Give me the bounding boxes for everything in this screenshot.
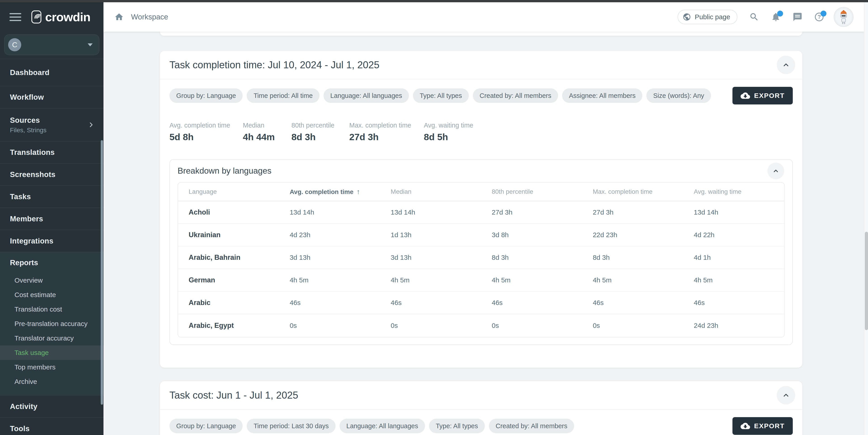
sidebar-item-task-usage[interactable]: Task usage bbox=[0, 345, 103, 360]
notifications-button[interactable] bbox=[771, 12, 781, 22]
task-completion-filters-row: Group by: Language Time period: All time… bbox=[169, 87, 793, 105]
home-icon bbox=[114, 12, 124, 22]
table-row: Ukrainian 4d 23h 1d 13h 3d 8h 22d 23h 4d… bbox=[178, 224, 784, 246]
sidebar-logo-row: crowdin bbox=[0, 2, 103, 32]
table-row: Acholi 13d 14h 13d 14h 27d 3h 27d 3h 13d… bbox=[178, 201, 784, 224]
search-button[interactable] bbox=[749, 12, 759, 22]
previous-section-card-edge bbox=[160, 32, 802, 36]
crowdin-logo[interactable]: crowdin bbox=[31, 10, 90, 24]
column-header-avg-waiting-time[interactable]: Avg. waiting time bbox=[683, 183, 784, 201]
stat-median: Median 4h 44m bbox=[243, 122, 291, 142]
chevron-up-icon bbox=[782, 61, 790, 69]
filter-chip-time-period[interactable]: Time period: All time bbox=[247, 88, 319, 103]
breakdown-panel: Breakdown by languages Language Avg. com… bbox=[169, 159, 793, 345]
page-scrollbar bbox=[864, 2, 868, 435]
collapse-breakdown-button[interactable] bbox=[768, 163, 784, 179]
crowdin-logo-icon bbox=[31, 10, 41, 24]
sidebar-item-translation-cost[interactable]: Translation cost bbox=[0, 302, 103, 317]
task-cost-card: Task cost: Jun 1 - Jul 1, 2025 Group by:… bbox=[160, 381, 802, 435]
topbar: Workspace Public page ? bbox=[103, 2, 864, 32]
user-avatar[interactable] bbox=[834, 7, 854, 27]
collapse-task-completion-button[interactable] bbox=[777, 56, 795, 74]
filter-chips: Group by: Language Time period: All time… bbox=[169, 88, 711, 103]
globe-icon bbox=[683, 13, 691, 21]
cloud-download-icon bbox=[741, 421, 750, 431]
public-page-label: Public page bbox=[695, 13, 730, 21]
sidebar-item-archive[interactable]: Archive bbox=[0, 374, 103, 389]
table-row: Arabic, Bahrain 3d 13h 3d 13h 8d 3h 8d 3… bbox=[178, 246, 784, 269]
project-avatar: C bbox=[8, 38, 21, 51]
summary-stats: Avg. completion time 5d 8h Median 4h 44m… bbox=[169, 122, 793, 142]
column-header-avg-completion-time[interactable]: Avg. completion time↑ bbox=[279, 183, 380, 201]
export-button[interactable]: EXPORT bbox=[733, 417, 793, 435]
page-scrollbar-thumb[interactable] bbox=[865, 232, 868, 330]
cloud-download-icon bbox=[741, 91, 750, 100]
sort-ascending-icon: ↑ bbox=[356, 188, 360, 195]
sidebar-item-integrations[interactable]: Integrations bbox=[0, 230, 103, 252]
sidebar: crowdin C Dashboard Workflow Sources Fil… bbox=[0, 2, 103, 435]
chevron-up-icon bbox=[772, 168, 779, 174]
stat-80th-percentile: 80th percentile 8d 3h bbox=[291, 122, 349, 142]
chevron-up-icon bbox=[782, 392, 790, 399]
chevron-right-icon bbox=[88, 121, 94, 128]
filter-chip-language[interactable]: Language: All languages bbox=[340, 419, 425, 433]
collapse-task-cost-button[interactable] bbox=[777, 386, 795, 404]
task-cost-title: Task cost: Jun 1 - Jul 1, 2025 bbox=[169, 389, 298, 401]
breadcrumb-label: Workspace bbox=[131, 13, 168, 21]
filter-chip-type[interactable]: Type: All types bbox=[413, 88, 469, 103]
help-notification-dot bbox=[820, 11, 827, 17]
sidebar-item-tools[interactable]: Tools bbox=[0, 417, 103, 435]
task-completion-title: Task completion time: Jul 10, 2024 - Jul… bbox=[169, 59, 379, 70]
sidebar-item-cost-estimate[interactable]: Cost estimate bbox=[0, 288, 103, 302]
export-button[interactable]: EXPORT bbox=[733, 87, 793, 105]
hamburger-menu-button[interactable] bbox=[9, 13, 21, 21]
filter-chip-created-by[interactable]: Created by: All members bbox=[473, 88, 558, 103]
sidebar-item-pre-translation-accuracy[interactable]: Pre-translation accuracy bbox=[0, 317, 103, 331]
sidebar-item-workflow[interactable]: Workflow bbox=[0, 86, 103, 108]
table-row: Arabic 46s 46s 46s 46s 46s bbox=[178, 292, 784, 314]
filter-chip-time-period[interactable]: Time period: Last 30 days bbox=[247, 419, 336, 433]
sidebar-item-translator-accuracy[interactable]: Translator accuracy bbox=[0, 331, 103, 345]
breadcrumb[interactable]: Workspace bbox=[114, 12, 168, 22]
breakdown-header: Breakdown by languages bbox=[178, 160, 785, 182]
caret-down-icon bbox=[88, 44, 93, 46]
messages-button[interactable] bbox=[793, 12, 803, 22]
sidebar-item-reports[interactable]: Reports bbox=[0, 252, 103, 273]
sidebar-reports-group: Reports Overview Cost estimate Translati… bbox=[0, 252, 103, 395]
filter-chip-language[interactable]: Language: All languages bbox=[323, 88, 409, 103]
table-row: Arabic, Egypt 0s 0s 0s 0s 24d 23h bbox=[178, 314, 784, 337]
column-header-median[interactable]: Median bbox=[380, 183, 481, 201]
filter-chip-group-by[interactable]: Group by: Language bbox=[169, 88, 243, 103]
project-selector[interactable]: C bbox=[4, 34, 99, 55]
column-header-language[interactable]: Language bbox=[178, 183, 279, 201]
sidebar-item-tasks[interactable]: Tasks bbox=[0, 185, 103, 207]
table-header-row: Language Avg. completion time↑ Median 80… bbox=[178, 183, 784, 201]
column-header-80th-percentile[interactable]: 80th percentile bbox=[481, 183, 582, 201]
sidebar-item-dashboard[interactable]: Dashboard bbox=[0, 59, 103, 86]
sidebar-item-sources[interactable]: Sources Files, Strings bbox=[0, 108, 103, 141]
filter-chip-type[interactable]: Type: All types bbox=[429, 419, 485, 433]
svg-text:?: ? bbox=[817, 14, 821, 20]
sidebar-item-activity[interactable]: Activity bbox=[0, 395, 103, 417]
sidebar-item-translations[interactable]: Translations bbox=[0, 141, 103, 163]
filter-chip-group-by[interactable]: Group by: Language bbox=[169, 419, 243, 433]
breakdown-table: Language Avg. completion time↑ Median 80… bbox=[178, 182, 785, 337]
filter-chip-size[interactable]: Size (words): Any bbox=[646, 88, 711, 103]
filter-chip-assignee[interactable]: Assignee: All members bbox=[562, 88, 642, 103]
sidebar-scrollbar-thumb[interactable] bbox=[101, 140, 103, 405]
sidebar-item-top-members[interactable]: Top members bbox=[0, 360, 103, 374]
sidebar-item-members[interactable]: Members bbox=[0, 207, 103, 230]
column-header-max-completion-time[interactable]: Max. completion time bbox=[582, 183, 683, 201]
sidebar-item-screenshots[interactable]: Screenshots bbox=[0, 163, 103, 185]
task-completion-card: Task completion time: Jul 10, 2024 - Jul… bbox=[160, 51, 802, 368]
stat-max-completion-time: Max. completion time 27d 3h bbox=[349, 122, 424, 142]
breakdown-title: Breakdown by languages bbox=[178, 166, 272, 176]
filter-chip-created-by[interactable]: Created by: All members bbox=[489, 419, 574, 433]
help-button[interactable]: ? bbox=[814, 12, 824, 22]
crowdin-logo-text: crowdin bbox=[45, 10, 90, 24]
sidebar-item-reports-overview[interactable]: Overview bbox=[0, 273, 103, 288]
public-page-button[interactable]: Public page bbox=[678, 10, 737, 24]
main-content: Task completion time: Jul 10, 2024 - Jul… bbox=[103, 32, 864, 435]
task-cost-header: Task cost: Jun 1 - Jul 1, 2025 bbox=[160, 381, 802, 410]
task-completion-header: Task completion time: Jul 10, 2024 - Jul… bbox=[160, 51, 802, 79]
